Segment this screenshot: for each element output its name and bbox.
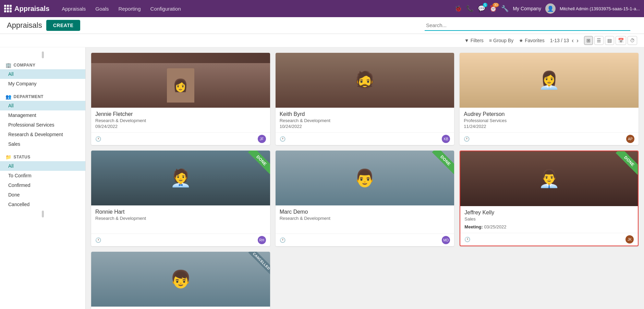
card-name-4: Ronnie Hart xyxy=(95,209,266,215)
sidebar-item-management[interactable]: Management xyxy=(0,110,85,120)
card-dept-6: Sales xyxy=(464,216,634,222)
card-avatar-3: AP xyxy=(626,135,634,143)
company-section-title: 🏢 COMPANY xyxy=(0,60,85,69)
username: Mitchell Admin (13933975-saas-15-1-a... xyxy=(560,6,640,11)
app-name: Appraisals xyxy=(14,5,49,13)
card-dept-5: Research & Development xyxy=(280,216,450,221)
chat-icon[interactable]: 💬5 xyxy=(478,5,485,12)
sidebar-item-to-confirm[interactable]: To Confirm xyxy=(0,171,85,180)
card-image-4: 🧑‍💼 xyxy=(91,151,270,205)
scroll-up-indicator[interactable] xyxy=(42,51,44,58)
topnav: Appraisals Appraisals Goals Reporting Co… xyxy=(0,0,644,17)
phone-icon[interactable]: 📞 xyxy=(466,5,474,12)
kanban-card-3[interactable]: 👩‍💼 Audrey Peterson Professional Service… xyxy=(460,53,639,145)
app-logo[interactable]: Appraisals xyxy=(4,5,49,13)
clock-icon[interactable]: ⏰30 xyxy=(489,5,497,12)
calendar-view-button[interactable]: 📅 xyxy=(616,36,626,45)
pagination-text: 1-13 / 13 xyxy=(550,38,569,43)
favorites-button[interactable]: ★ Favorites xyxy=(519,38,545,43)
department-icon: 👥 xyxy=(5,94,12,99)
card-footer-4: 🕐 RH xyxy=(91,234,270,246)
clock-icon-6: 🕐 xyxy=(464,237,470,242)
card-body-2: Keith Byrd Research & Development 10/24/… xyxy=(276,108,454,132)
groupby-label: Group By xyxy=(493,38,513,43)
sidebar-item-my-company[interactable]: My Company xyxy=(0,79,85,88)
star-icon: ★ xyxy=(519,38,523,43)
card-dept-2: Research & Development xyxy=(280,118,450,123)
card-footer-1: 🕐 JF xyxy=(91,132,270,145)
sidebar-item-status-all[interactable]: All xyxy=(0,161,85,171)
clock-icon-2: 🕐 xyxy=(280,136,285,142)
card-date-1: 09/24/2022 xyxy=(95,124,266,129)
search-input[interactable] xyxy=(425,20,630,31)
card-image-6: 👨‍💼 xyxy=(460,151,638,206)
kanban-card-5[interactable]: DONE 👨 Marc Demo Research & Development … xyxy=(276,151,454,246)
card-footer-2: 🕐 KB xyxy=(276,132,454,145)
card-body-6: Jeffrey Kelly Sales Meeting: 03/25/2022 xyxy=(460,206,638,233)
card-dept-1: Research & Development xyxy=(95,118,266,123)
card-name-2: Keith Byrd xyxy=(280,111,450,117)
menu-appraisals[interactable]: Appraisals xyxy=(58,4,90,14)
kanban-card-4[interactable]: DONE 🧑‍💼 Ronnie Hart Research & Developm… xyxy=(91,151,270,246)
groupby-icon: ≡ xyxy=(489,38,492,43)
scroll-down-indicator[interactable] xyxy=(42,211,44,217)
sidebar-item-dept-all[interactable]: All xyxy=(0,101,85,110)
menu-goals[interactable]: Goals xyxy=(91,4,113,14)
activity-view-button[interactable]: ⏱ xyxy=(628,36,637,45)
sidebar-item-professional-services[interactable]: Professional Services xyxy=(0,120,85,130)
bug-icon[interactable]: 🐞 xyxy=(454,5,462,12)
filters-label: Filters xyxy=(471,38,484,43)
chat-badge: 5 xyxy=(483,3,488,7)
card-dept-4: Research & Development xyxy=(95,216,266,221)
card-image-1: 👩 xyxy=(91,53,270,108)
card-avatar-1: JF xyxy=(258,135,266,143)
card-dept-3: Professional Services xyxy=(464,118,634,123)
sidebar-item-research-development[interactable]: Research & Development xyxy=(0,130,85,139)
list-view-button[interactable]: ☰ xyxy=(594,36,604,45)
card-body-3: Audrey Peterson Professional Services 11… xyxy=(460,108,639,132)
table-view-button[interactable]: ▤ xyxy=(605,36,614,45)
sidebar-item-company-all[interactable]: All xyxy=(0,69,85,79)
search-bar xyxy=(425,20,630,31)
kanban-card-2[interactable]: 🧔 Keith Byrd Research & Development 10/2… xyxy=(276,53,454,145)
clock-icon-5: 🕐 xyxy=(280,237,285,243)
card-avatar-5: MD xyxy=(442,236,450,244)
menu-reporting[interactable]: Reporting xyxy=(114,4,145,14)
card-image-5: 👨 xyxy=(276,151,454,205)
card-image-7: 👦 xyxy=(91,252,270,307)
subheader-left: Appraisals CREATE xyxy=(7,20,80,31)
kanban-card-7[interactable]: CANCELLED 👦 Marc Demo Research & Develop… xyxy=(91,252,270,309)
prev-page-button[interactable]: ‹ xyxy=(572,37,574,44)
card-footer-3: 🕐 AP xyxy=(460,132,639,145)
wrench-icon[interactable]: 🔧 xyxy=(501,5,509,12)
card-meeting-6: Meeting: 03/25/2022 xyxy=(464,224,634,229)
menu-configuration[interactable]: Configuration xyxy=(146,4,185,14)
clock-badge: 30 xyxy=(493,3,499,7)
user-avatar[interactable]: 👤 xyxy=(545,3,556,14)
card-avatar-2: KB xyxy=(442,135,450,143)
kanban-card-1[interactable]: 👩 Jennie Fletcher Research & Development… xyxy=(91,53,270,145)
filters-button[interactable]: ▼ Filters xyxy=(464,38,484,43)
kanban-card-6[interactable]: DONE 👨‍💼 Jeffrey Kelly Sales Meeting: 03… xyxy=(460,151,639,246)
card-avatar-4: RH xyxy=(258,236,266,244)
card-footer-6: 🕐 JK xyxy=(460,233,638,246)
card-name-5: Marc Demo xyxy=(280,209,450,215)
card-name-3: Audrey Peterson xyxy=(464,111,634,117)
card-body-1: Jennie Fletcher Research & Development 0… xyxy=(91,108,270,132)
next-page-button[interactable]: › xyxy=(576,37,579,44)
department-section-title: 👥 DEPARTMENT xyxy=(0,91,85,101)
sidebar-item-sales[interactable]: Sales xyxy=(0,139,85,149)
card-date-2: 10/24/2022 xyxy=(280,124,450,129)
subheader: Appraisals CREATE xyxy=(0,17,644,34)
card-body-4: Ronnie Hart Research & Development xyxy=(91,205,270,234)
toolbar: ▼ Filters ≡ Group By ★ Favorites 1-13 / … xyxy=(0,34,644,47)
create-button[interactable]: CREATE xyxy=(46,20,81,31)
sidebar-item-done[interactable]: Done xyxy=(0,190,85,200)
sidebar-item-confirmed[interactable]: Confirmed xyxy=(0,180,85,190)
status-section-title: 📁 STATUS xyxy=(0,152,85,161)
kanban-view-button[interactable]: ⊞ xyxy=(584,36,593,45)
sidebar-item-cancelled[interactable]: Cancelled xyxy=(0,200,85,209)
groupby-button[interactable]: ≡ Group By xyxy=(489,38,513,43)
pagination: 1-13 / 13 ‹ › xyxy=(550,37,579,44)
card-image-3: 👩‍💼 xyxy=(460,53,639,108)
